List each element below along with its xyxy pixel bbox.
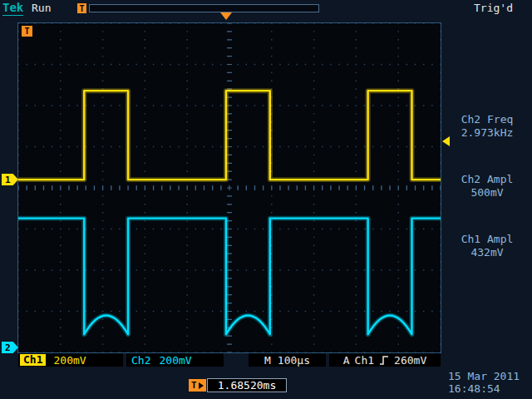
measurement-ch2-ampl: Ch2 Ampl 500mV	[444, 173, 530, 200]
delay-marker-label: T	[191, 380, 197, 391]
trigger-level-value: 260mV	[394, 354, 426, 367]
graticule: T	[17, 22, 441, 353]
ch1-marker-label: 1	[5, 175, 11, 185]
datetime: 15 Mar 2011 16:48:54	[448, 370, 520, 395]
measurement-label: Ch1 Ampl	[444, 233, 530, 246]
measurement-value: 2.973kHz	[444, 126, 530, 140]
ch1-scale-readout: Ch1 200mV	[18, 353, 123, 367]
record-trigger-marker: T	[77, 3, 86, 13]
trigger-status: Trig'd	[474, 2, 513, 14]
ch1-position-marker: 1	[2, 174, 18, 185]
date-label: 15 Mar 2011	[448, 370, 520, 382]
rising-edge-icon	[379, 355, 389, 366]
trigger-prefix: A	[343, 354, 350, 367]
ch2-scale-readout: Ch2 200mV	[126, 353, 224, 367]
waveform-plot	[18, 23, 441, 352]
trigger-corner-marker: T	[22, 26, 32, 37]
trigger-readout: A Ch1 260mV	[329, 353, 441, 367]
delay-marker-badge: T	[189, 379, 206, 392]
ch1-trace-glow	[18, 91, 441, 180]
ch2-marker-label: 2	[5, 342, 11, 353]
trigger-source: Ch1	[355, 354, 374, 367]
measurement-ch2-freq: Ch2 Freq 2.973kHz	[444, 113, 530, 140]
ch2-badge: Ch2	[131, 354, 150, 367]
time-label: 16:48:54	[448, 382, 520, 395]
ch2-scale-value: 200mV	[159, 354, 191, 367]
trigger-position-arrow-icon	[220, 12, 232, 20]
timebase-value: 100µs	[278, 354, 310, 367]
measurement-label: Ch2 Freq	[444, 113, 530, 126]
acquisition-status: Run	[32, 2, 51, 14]
timebase-prefix: M	[264, 354, 271, 367]
ch2-trace-glow	[18, 219, 441, 335]
measurement-value: 432mV	[444, 246, 530, 259]
oscilloscope-display: Tek Run T Trig'd T 1 2 Ch2 Freq 2.973kHz…	[0, 0, 532, 399]
measurement-label: Ch2 Ampl	[444, 173, 530, 186]
tek-logo: Tek	[2, 1, 23, 16]
measurement-value: 500mV	[444, 186, 530, 200]
ch1-badge: Ch1	[20, 354, 46, 366]
measurement-ch1-ampl: Ch1 Ampl 432mV	[444, 233, 530, 259]
ch2-position-marker: 2	[2, 342, 18, 353]
ch1-scale-value: 200mV	[53, 354, 86, 367]
delay-readout: 1.68520ms	[207, 378, 287, 392]
record-view-bar	[89, 4, 319, 12]
timebase-readout: M 100µs	[249, 353, 326, 367]
right-arrow-icon	[199, 382, 204, 389]
